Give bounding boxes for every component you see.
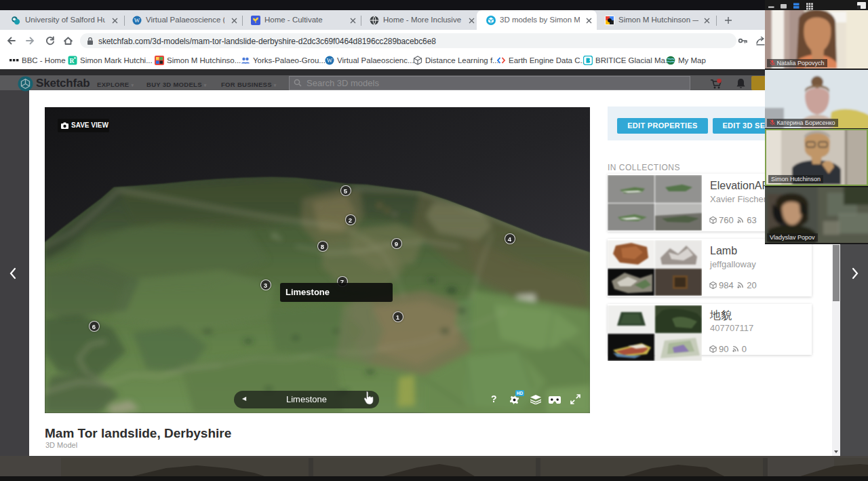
- svg-text:W: W: [327, 57, 333, 64]
- svg-text:R: R: [70, 58, 75, 64]
- svg-text:W: W: [134, 17, 140, 24]
